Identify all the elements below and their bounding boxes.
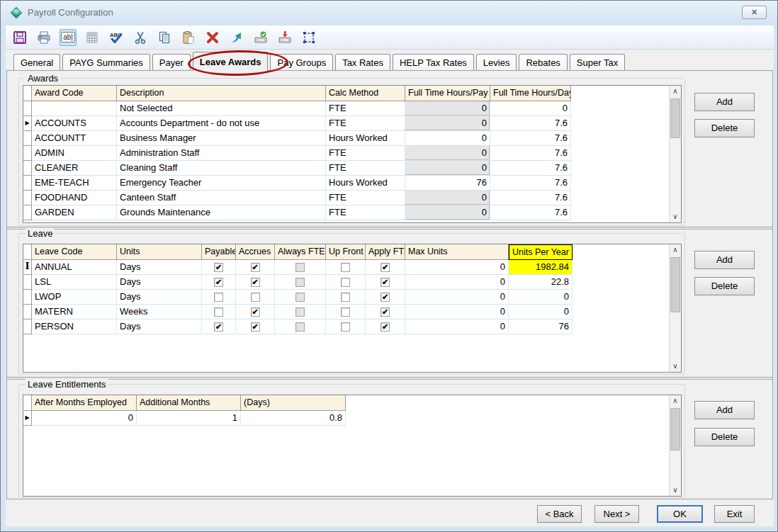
scrollbar-thumb[interactable]	[670, 98, 680, 138]
cell-apply-fte[interactable]: ✔	[366, 305, 405, 319]
tab-tax-rates[interactable]: Tax Rates	[335, 54, 390, 71]
current-row-marker[interactable]: ▶	[23, 116, 32, 131]
cell-max-units[interactable]: 0	[405, 305, 509, 319]
column-header-leave-code[interactable]: Leave Code	[32, 244, 117, 260]
cell-full-time-hours-pay[interactable]: 0	[405, 116, 490, 131]
column-header-max-units[interactable]: Max Units	[405, 244, 509, 260]
cell-award-code[interactable]: GARDEN	[32, 205, 117, 220]
tab-pay-groups[interactable]: Pay Groups	[270, 54, 333, 71]
cell-always-fte[interactable]	[275, 319, 326, 334]
cell-calc-method[interactable]: FTE	[326, 205, 405, 220]
ibeam-cursor[interactable]: I	[23, 260, 32, 275]
column-header-description[interactable]: Description	[117, 86, 326, 101]
leave-delete-button[interactable]: Delete	[694, 277, 755, 295]
row-marker-cell[interactable]	[23, 131, 32, 146]
cell-description[interactable]: Emergency Teacher	[117, 176, 326, 191]
next-button[interactable]: Next >	[594, 505, 639, 523]
checkbox-apply-fte[interactable]: ✔	[380, 293, 390, 302]
column-header-after-months-employed[interactable]: After Months Employed	[32, 395, 137, 411]
cell-up-front[interactable]	[326, 275, 366, 290]
textbox-edit-icon[interactable]: ab|	[60, 29, 77, 46]
cell-full-time-hours-pay[interactable]: 0	[405, 205, 490, 220]
cell-always-fte[interactable]	[275, 305, 326, 319]
cell-description[interactable]: Accounts Department - do not use	[117, 116, 326, 131]
cell-calc-method[interactable]: FTE	[326, 101, 405, 116]
tab-payg-summaries[interactable]: PAYG Summaries	[62, 54, 150, 71]
cell-full-time-hours-day[interactable]: 7.6	[490, 146, 571, 161]
cell-full-time-hours-day[interactable]: 7.6	[490, 176, 571, 191]
checkbox-accrues[interactable]: ✔	[251, 263, 260, 272]
tab-super-tax[interactable]: Super Tax	[570, 54, 625, 71]
tab-rebates[interactable]: Rebates	[519, 54, 567, 71]
paste-icon[interactable]	[180, 29, 197, 46]
awards-delete-button[interactable]: Delete	[694, 119, 755, 137]
checkbox-always-fte[interactable]	[295, 293, 305, 302]
cell-apply-fte[interactable]: ✔	[366, 260, 405, 275]
tab-payer[interactable]: Payer	[152, 54, 191, 71]
cell-calc-method[interactable]: Hours Worked	[326, 176, 405, 191]
cell-always-fte[interactable]	[275, 275, 326, 290]
row-marker-cell[interactable]	[23, 205, 32, 220]
checkbox-accrues[interactable]: ✔	[251, 307, 260, 317]
cell-units[interactable]: Days	[117, 290, 202, 305]
column-header-payable[interactable]: Payable	[202, 244, 236, 260]
splitter-leave-entitlements[interactable]	[7, 377, 772, 380]
tab-general[interactable]: General	[13, 54, 60, 71]
cell-calc-method[interactable]: FTE	[326, 191, 405, 205]
cell-up-front[interactable]	[326, 319, 366, 334]
cell-description[interactable]: Not Selected	[117, 101, 326, 116]
scroll-up-icon[interactable]: ∧	[670, 395, 681, 407]
scroll-down-icon[interactable]: ∨	[670, 361, 681, 372]
checkbox-payable[interactable]: ✔	[214, 322, 223, 332]
exit-button[interactable]: Exit	[714, 505, 755, 523]
leave-vertical-scrollbar[interactable]: ∧ ∨	[669, 244, 681, 372]
column-header-days[interactable]: (Days)	[241, 395, 346, 411]
column-header-always-fte[interactable]: Always FTE	[275, 244, 326, 260]
cell-units-per-year[interactable]: 1982.84	[509, 260, 573, 275]
ok-button[interactable]: OK	[657, 505, 703, 523]
checkbox-payable[interactable]	[214, 307, 223, 317]
cell-units-per-year[interactable]: 0	[509, 290, 573, 305]
checkbox-accrues[interactable]: ✔	[251, 322, 260, 332]
checkbox-up-front[interactable]	[341, 307, 350, 317]
entitlements-delete-button[interactable]: Delete	[694, 428, 755, 446]
entitlements-add-button[interactable]: Add	[694, 401, 755, 419]
cell-award-code[interactable]: ACCOUNTT	[32, 131, 117, 146]
column-header-units-per-year[interactable]: Units Per Year	[509, 244, 573, 260]
cell-leave-code[interactable]: PERSON	[32, 319, 117, 334]
back-button[interactable]: < Back	[537, 505, 582, 523]
row-marker-cell[interactable]	[23, 101, 32, 116]
forward-arrow-icon[interactable]	[228, 29, 245, 46]
tab-levies[interactable]: Levies	[476, 54, 517, 71]
tab-leave-awards[interactable]: Leave Awards	[193, 52, 269, 71]
cell-units-per-year[interactable]: 76	[509, 319, 573, 334]
cell-full-time-hours-pay[interactable]: 0	[405, 161, 490, 176]
scroll-down-icon[interactable]: ∨	[670, 485, 681, 496]
cell-units[interactable]: Weeks	[117, 305, 202, 319]
cell-calc-method[interactable]: FTE	[326, 146, 405, 161]
calculator-icon[interactable]	[84, 29, 101, 46]
delete-icon[interactable]	[204, 29, 221, 46]
cell-max-units[interactable]: 0	[405, 260, 509, 275]
cell-description[interactable]: Grounds Maintenance	[117, 205, 326, 220]
cell-max-units[interactable]: 0	[405, 275, 509, 290]
row-marker-cell[interactable]	[23, 319, 32, 334]
cell-full-time-hours-pay[interactable]: 76	[405, 176, 490, 191]
row-marker-cell[interactable]	[23, 161, 32, 176]
cell-accrues[interactable]: ✔	[236, 305, 275, 319]
cell-accrues[interactable]	[236, 290, 275, 305]
cell-full-time-hours-pay[interactable]: 0	[405, 146, 490, 161]
cell-payable[interactable]	[202, 290, 236, 305]
cell-award-code[interactable]	[32, 101, 117, 116]
cell-apply-fte[interactable]: ✔	[366, 275, 405, 290]
column-header-up-front[interactable]: Up Front	[326, 244, 366, 260]
cell-units[interactable]: Days	[117, 260, 202, 275]
row-marker-cell[interactable]	[23, 176, 32, 191]
cell-max-units[interactable]: 0	[405, 319, 509, 334]
cell-full-time-hours-pay[interactable]: 0	[405, 101, 490, 116]
cell-award-code[interactable]: EME-TEACH	[32, 176, 117, 191]
cell-leave-code[interactable]: LSL	[32, 275, 117, 290]
cell-description[interactable]: Business Manager	[117, 131, 326, 146]
row-marker-cell[interactable]	[23, 290, 32, 305]
cell-up-front[interactable]	[326, 290, 366, 305]
